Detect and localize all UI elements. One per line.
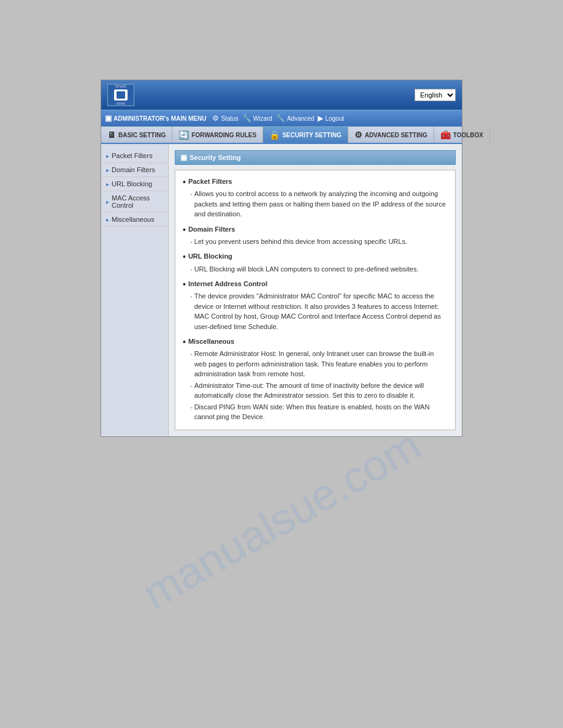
sidebar-item-packet-filters[interactable]: ▸ Packet Filters [101, 149, 168, 163]
section-packet-filters-title: • Packet Filters [183, 176, 448, 188]
tab-bar: 🖥 BASIC SETTING 🔄 FORWARDING RULES 🔒 SEC… [101, 127, 462, 144]
bullet-icon: ▸ [106, 216, 109, 223]
tab-toolbox[interactable]: 🧰 TOOLBOX [434, 127, 490, 143]
logo: level one [107, 84, 134, 106]
security-setting-icon: 🔒 [269, 130, 280, 140]
section-url-blocking-title: • URL Blocking [183, 251, 448, 262]
content-area: ▸ Packet Filters ▸ Domain Filters ▸ URL … [101, 144, 462, 436]
advanced-icon: 🔧 [276, 114, 285, 123]
wizard-icon: 🔧 [242, 114, 251, 123]
main-content: ▣ Security Setting • Packet Filters - Al… [169, 144, 462, 436]
section-header-icon: ▣ [180, 153, 187, 162]
bullet-icon: ▸ [106, 167, 109, 173]
nav-advanced[interactable]: 🔧 Advanced [276, 114, 314, 123]
language-selector-area[interactable]: English [415, 89, 456, 101]
internet-address-control-desc: - The device provides "Administrator MAC… [190, 291, 448, 332]
header: level one English [101, 80, 462, 110]
tab-security-setting[interactable]: 🔒 SECURITY SETTING [263, 127, 348, 143]
packet-filters-desc: - Allows you to control access to a netw… [190, 189, 448, 219]
url-blocking-desc: - URL Blocking will block LAN computers … [190, 264, 448, 275]
toolbox-icon: 🧰 [440, 130, 451, 140]
advanced-setting-icon: ⚙ [354, 130, 362, 140]
sidebar-item-domain-filters[interactable]: ▸ Domain Filters [101, 163, 168, 177]
language-select[interactable]: English [415, 89, 456, 101]
nav-logout[interactable]: ▶ Logout [318, 114, 344, 123]
logo-area: level one [107, 84, 134, 106]
bullet-icon: ▸ [106, 199, 109, 205]
nav-status[interactable]: ⚙ Status [212, 114, 238, 123]
sidebar: ▸ Packet Filters ▸ Domain Filters ▸ URL … [101, 144, 169, 436]
main-nav: ▣ ADMINISTRATOR's MAIN MENU ⚙ Status 🔧 W… [101, 110, 462, 127]
router-ui: level one English ▣ ADMINISTRATOR's MAIN… [101, 80, 462, 437]
miscellaneous-desc-0: - Remote Administrator Host: In general,… [190, 349, 448, 379]
bullet-icon: ▸ [106, 181, 109, 188]
status-icon: ⚙ [212, 114, 219, 123]
nav-items: ⚙ Status 🔧 Wizard 🔧 Advanced ▶ Logout [212, 114, 344, 123]
section-internet-address-control-title: • Internet Address Control [183, 279, 448, 290]
main-nav-brand: ▣ ADMINISTRATOR's MAIN MENU [105, 114, 206, 123]
tab-advanced-setting[interactable]: ⚙ ADVANCED SETTING [348, 127, 434, 143]
bullet-icon: ▸ [106, 153, 109, 159]
section-miscellaneous-title: • Miscellaneous [183, 336, 448, 347]
section-header: ▣ Security Setting [175, 150, 456, 165]
domain-filters-desc: - Let you prevent users behind this devi… [190, 237, 448, 247]
sidebar-item-miscellaneous[interactable]: ▸ Miscellaneous [101, 213, 168, 227]
watermark: manualsue.com [134, 419, 429, 618]
logout-icon: ▶ [318, 114, 323, 123]
sidebar-item-mac-access-control[interactable]: ▸ MAC Access Control [101, 191, 168, 213]
section-domain-filters-title: • Domain Filters [183, 224, 448, 235]
nav-wizard[interactable]: 🔧 Wizard [242, 114, 272, 123]
tab-forwarding-rules[interactable]: 🔄 FORWARDING RULES [172, 127, 263, 143]
miscellaneous-desc-1: - Administrator Time-out: The amount of … [190, 381, 448, 401]
content-box: • Packet Filters - Allows you to control… [175, 170, 456, 430]
tab-basic-setting[interactable]: 🖥 BASIC SETTING [101, 127, 172, 143]
basic-setting-icon: 🖥 [107, 130, 116, 140]
sidebar-item-url-blocking[interactable]: ▸ URL Blocking [101, 177, 168, 191]
miscellaneous-desc-2: - Discard PING from WAN side: When this … [190, 402, 448, 422]
forwarding-rules-icon: 🔄 [178, 130, 189, 140]
